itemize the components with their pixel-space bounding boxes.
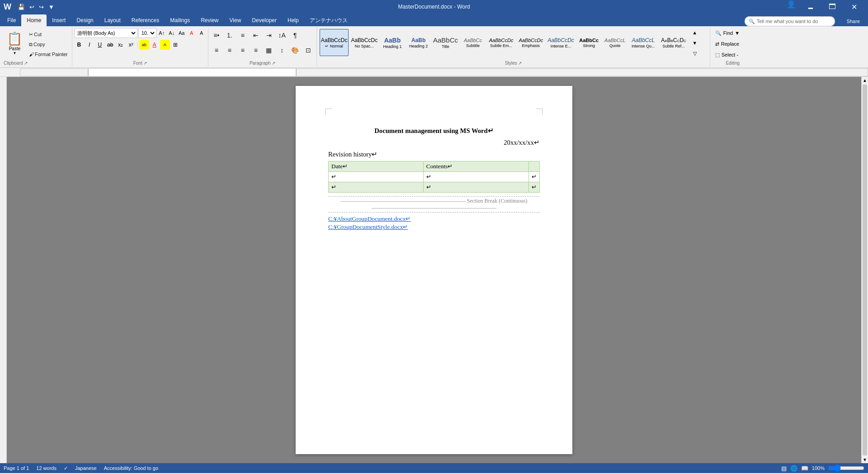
superscript-button[interactable]: x² <box>126 40 136 50</box>
tab-home[interactable]: Home <box>21 14 47 26</box>
shading-para-button[interactable]: 🎨 <box>289 43 302 57</box>
format-painter-button[interactable]: 🖌 Format Painter <box>27 50 70 59</box>
style-subtle-emphasis[interactable]: AaBbCcDc Subtle Em... <box>487 29 516 56</box>
table-cell-contents-2[interactable]: ↵ <box>423 182 528 193</box>
tab-help[interactable]: Help <box>282 14 304 26</box>
accessibility-status[interactable]: Accessibility: Good to go <box>104 465 158 471</box>
copy-button[interactable]: ⧉ Copy <box>27 40 70 49</box>
font-expand-icon[interactable]: ↗ <box>143 61 147 66</box>
doc-link-2[interactable]: C:¥GroupDocumentStyle.docx↵ <box>328 223 540 231</box>
scroll-up-button[interactable]: ▲ <box>862 77 868 84</box>
table-cell-date-2[interactable]: ↵ <box>329 182 424 193</box>
document-page[interactable]: Document management using MS Word↵ 20xx/… <box>296 86 572 454</box>
style-heading1[interactable]: AaBb Heading 1 <box>380 29 405 56</box>
close-button[interactable]: ✕ <box>844 0 864 14</box>
bullets-button[interactable]: ≡• <box>210 28 223 43</box>
styles-expand-icon[interactable]: ↗ <box>518 61 522 66</box>
show-formatting-button[interactable]: ¶ <box>289 28 302 43</box>
paragraph-expand-icon[interactable]: ↗ <box>272 61 275 66</box>
style-strong[interactable]: AaBbCc Strong <box>576 29 602 56</box>
italic-button[interactable]: I <box>85 40 94 50</box>
tab-file[interactable]: File <box>2 14 21 26</box>
tab-mailings[interactable]: Mailings <box>165 14 195 26</box>
style-subtle-reference[interactable]: AaBbCcDc Subtle Ref... <box>659 29 688 56</box>
redo-button[interactable]: ↪ <box>37 3 46 11</box>
align-right-button[interactable]: ≡ <box>236 43 249 57</box>
style-normal[interactable]: AaBbCcDc ↵ Normal <box>320 29 349 56</box>
increase-font-button[interactable]: A↑ <box>157 28 166 38</box>
tab-references[interactable]: References <box>126 14 165 26</box>
borders-para-button[interactable]: ⊡ <box>302 43 315 57</box>
scroll-down-button[interactable]: ▼ <box>862 456 868 463</box>
style-no-spacing[interactable]: AaBbCcDc No Spac... <box>349 29 379 56</box>
font-size-select[interactable]: 10.5 <box>138 28 156 38</box>
scroll-thumb[interactable] <box>863 85 867 455</box>
right-scrollbar[interactable]: ▲ ▼ <box>861 77 868 463</box>
print-layout-button[interactable]: ▤ <box>781 465 787 472</box>
sort-button[interactable]: ↕A <box>276 28 288 43</box>
minimize-button[interactable]: 🗕 <box>800 0 821 14</box>
decrease-indent-button[interactable]: ⇤ <box>250 28 262 43</box>
style-emphasis[interactable]: AaBbCcDc Emphasis <box>516 29 545 56</box>
font-name-select[interactable]: 游明朝 (Body As) <box>74 28 137 38</box>
strikethrough-button[interactable]: ab <box>105 40 115 50</box>
numbering-button[interactable]: 1. <box>223 28 236 43</box>
text-effects-button[interactable]: A <box>197 28 206 38</box>
find-button[interactable]: 🔍 Find ▼ <box>712 28 754 38</box>
tell-me-input[interactable]: 🔍 Tell me what you want to do <box>745 16 835 26</box>
replace-button[interactable]: ⇄ Replace <box>712 39 754 49</box>
style-title[interactable]: AaBbCc Title <box>432 29 459 56</box>
styles-scroll-up-button[interactable]: ▲ <box>690 28 699 37</box>
styles-scroll-down-button[interactable]: ▼ <box>690 38 699 47</box>
paste-button[interactable]: 📋 Paste ▼ <box>4 28 26 58</box>
align-center-button[interactable]: ≡ <box>223 43 236 57</box>
table-cell-extra-1[interactable]: ↵ <box>528 172 539 182</box>
ruler[interactable] <box>20 68 868 76</box>
justify-button[interactable]: ≡ <box>250 43 262 57</box>
style-quote[interactable]: AaBbCcL Quote <box>602 29 627 56</box>
tab-insert[interactable]: Insert <box>47 14 71 26</box>
line-spacing-button[interactable]: ↕ <box>276 43 288 57</box>
tab-antenna[interactable]: アンテナハウス <box>304 14 353 26</box>
spelling-check-icon[interactable]: ✓ <box>64 465 68 471</box>
document-area[interactable]: Document management using MS Word↵ 20xx/… <box>7 77 861 463</box>
underline-button[interactable]: U <box>95 40 105 50</box>
clear-formatting-button[interactable]: A <box>187 28 196 38</box>
shading-button[interactable]: A <box>160 40 170 50</box>
multilevel-list-button[interactable]: ≡ <box>236 28 249 43</box>
font-color-button[interactable]: A <box>150 40 160 50</box>
increase-indent-button[interactable]: ⇥ <box>263 28 275 43</box>
language-indicator[interactable]: Japanese <box>75 465 97 471</box>
borders-button[interactable]: ⊞ <box>170 40 180 50</box>
styles-more-button[interactable]: ▽ <box>690 49 699 58</box>
doc-link-1[interactable]: C:¥AboutGroupDocument.docx↵ <box>328 215 540 223</box>
table-cell-contents-1[interactable]: ↵ <box>423 172 528 182</box>
style-subtitle[interactable]: AaBbCc Subtitle <box>460 29 486 56</box>
share-button[interactable]: Share <box>842 17 864 25</box>
web-layout-button[interactable]: 🌐 <box>790 465 797 472</box>
columns-button[interactable]: ▦ <box>263 43 275 57</box>
read-mode-button[interactable]: 📖 <box>801 465 808 472</box>
clipboard-expand-icon[interactable]: ↗ <box>24 61 28 66</box>
tab-review[interactable]: Review <box>195 14 224 26</box>
user-account-icon[interactable]: 👤 <box>787 0 796 14</box>
style-intense-emphasis[interactable]: AaBbCcDc Intense E... <box>546 29 576 56</box>
text-highlight-button[interactable]: ab <box>139 40 149 50</box>
select-button[interactable]: ⬚ Select - <box>712 50 754 60</box>
decrease-font-button[interactable]: A↓ <box>167 28 176 38</box>
zoom-slider[interactable] <box>828 465 864 471</box>
customize-quick-access-button[interactable]: ▼ <box>47 3 56 11</box>
tab-view[interactable]: View <box>224 14 247 26</box>
table-cell-date-1[interactable]: ↵ <box>329 172 424 182</box>
bold-button[interactable]: B <box>74 40 84 50</box>
align-left-button[interactable]: ≡ <box>210 43 223 57</box>
style-intense-quote[interactable]: AaBbCcL Intense Qu... <box>628 29 658 56</box>
tab-layout[interactable]: Layout <box>99 14 126 26</box>
style-heading2[interactable]: AaBb Heading 2 <box>406 29 431 56</box>
table-cell-extra-2[interactable]: ↵ <box>528 182 539 193</box>
tab-design[interactable]: Design <box>71 14 99 26</box>
save-button[interactable]: 💾 <box>16 3 27 11</box>
maximize-button[interactable]: 🗖 <box>822 0 843 14</box>
change-case-button[interactable]: Aa <box>177 28 186 38</box>
cut-button[interactable]: ✂ Cut <box>27 30 70 39</box>
